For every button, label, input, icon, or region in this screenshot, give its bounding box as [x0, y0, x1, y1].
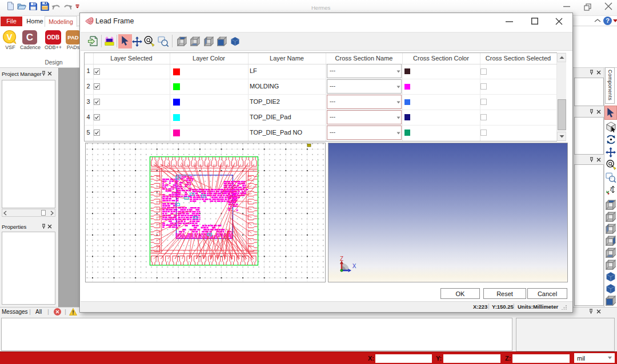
- svg-text:X: X: [352, 263, 356, 269]
- svg-text:V: V: [6, 32, 12, 42]
